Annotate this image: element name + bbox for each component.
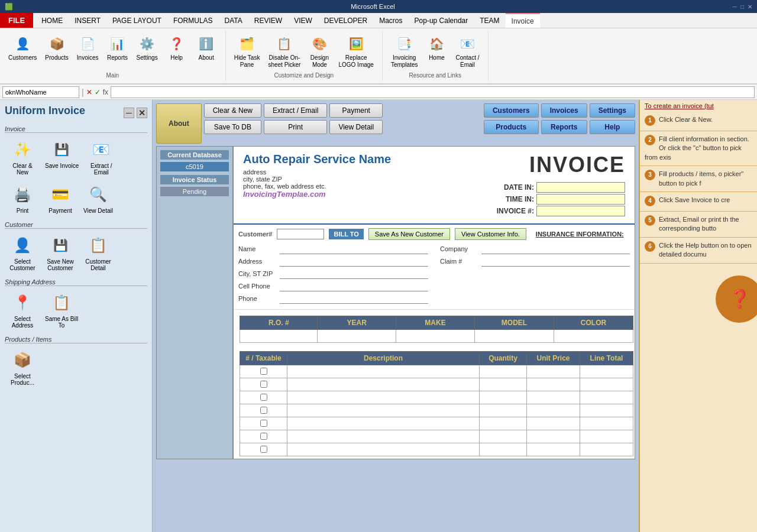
description-cell-1[interactable] <box>287 378 480 391</box>
sidebar-select-customer-btn[interactable]: 👤 SelectCustomer <box>5 231 40 274</box>
line-total-cell-4[interactable] <box>580 417 633 430</box>
help-link[interactable]: To create an invoice (tut <box>640 100 757 112</box>
sidebar-view-detail-btn[interactable]: 🔍 View Detail <box>80 180 116 216</box>
sidebar-save-new-customer-btn[interactable]: 💾 Save NewCustomer <box>43 231 78 274</box>
sidebar-same-as-bill-btn[interactable]: 📋 Same As BillTo <box>43 288 80 331</box>
view-detail-button[interactable]: View Detail <box>329 120 383 134</box>
model-cell[interactable] <box>474 330 554 343</box>
taxable-checkbox-2[interactable] <box>260 394 267 401</box>
time-in-input[interactable] <box>536 194 625 205</box>
minimize-btn[interactable]: ─ <box>733 4 737 10</box>
quantity-cell-3[interactable] <box>480 404 527 417</box>
taxable-cell-4[interactable] <box>240 417 287 430</box>
unit-price-cell-5[interactable] <box>527 430 580 443</box>
sidebar-save-invoice-btn[interactable]: 💾 Save Invoice <box>43 135 81 178</box>
ro-num-cell[interactable] <box>240 330 318 343</box>
taxable-checkbox-1[interactable] <box>260 381 267 388</box>
description-cell-3[interactable] <box>287 404 480 417</box>
name-box[interactable] <box>2 86 79 98</box>
address-input[interactable] <box>280 256 428 267</box>
line-total-cell-0[interactable] <box>580 365 633 378</box>
menu-team[interactable]: TEAM <box>474 13 505 28</box>
ribbon-help-btn[interactable]: ❓ Help <box>164 33 190 63</box>
taxable-checkbox-3[interactable] <box>260 407 267 414</box>
maximize-btn[interactable]: □ <box>740 4 744 10</box>
taxable-cell-1[interactable] <box>240 378 287 391</box>
save-new-customer-btn[interactable]: Save As New Customer <box>368 228 450 240</box>
taxable-checkbox-0[interactable] <box>260 368 267 375</box>
taxable-checkbox-6[interactable] <box>260 446 267 453</box>
sidebar-extract-email-btn[interactable]: 📧 Extract /Email <box>83 135 119 178</box>
menu-developer[interactable]: DEVELOPER <box>318 13 373 28</box>
sidebar-customer-detail-btn[interactable]: 📋 CustomerDetail <box>80 231 116 274</box>
quantity-cell-4[interactable] <box>480 417 527 430</box>
quantity-cell-6[interactable] <box>480 443 527 456</box>
ribbon-invoices-btn[interactable]: 📄 Invoices <box>75 33 101 63</box>
ribbon-settings-btn[interactable]: ⚙️ Settings <box>134 33 160 63</box>
menu-page-layout[interactable]: PAGE LAYOUT <box>106 13 167 28</box>
panel-close-btn[interactable]: ✕ <box>137 108 147 118</box>
ribbon-disable-picker-btn[interactable]: 📋 Disable On-sheet Picker <box>266 33 303 70</box>
formula-input[interactable] <box>111 86 755 98</box>
taxable-checkbox-4[interactable] <box>260 420 267 427</box>
customers-button[interactable]: Customers <box>484 103 539 118</box>
menu-macros[interactable]: Macros <box>373 13 408 28</box>
color-cell[interactable] <box>554 330 633 343</box>
claim-input[interactable] <box>481 256 630 267</box>
ribbon-hide-task-btn[interactable]: 🗂️ Hide TaskPane <box>232 33 263 70</box>
description-cell-2[interactable] <box>287 391 480 404</box>
ribbon-design-mode-btn[interactable]: 🎨 DesignMode <box>306 33 332 70</box>
ribbon-replace-logo-btn[interactable]: 🖼️ ReplaceLOGO Image <box>336 33 376 70</box>
products-button[interactable]: Products <box>484 120 539 134</box>
cell-phone-input[interactable] <box>280 281 428 291</box>
name-input[interactable] <box>280 244 428 254</box>
ribbon-contact-email-btn[interactable]: 📧 Contact /Email <box>453 33 481 70</box>
taxable-cell-2[interactable] <box>240 391 287 404</box>
line-total-cell-3[interactable] <box>580 404 633 417</box>
ribbon-invoicing-templates-btn[interactable]: 📑 InvoicingTemplates <box>389 33 420 70</box>
taxable-cell-3[interactable] <box>240 404 287 417</box>
invoice-num-input[interactable] <box>536 206 625 216</box>
unit-price-cell-2[interactable] <box>527 391 580 404</box>
quantity-cell-2[interactable] <box>480 391 527 404</box>
quantity-cell-1[interactable] <box>480 378 527 391</box>
menu-popup-calendar[interactable]: Pop-up Calendar <box>409 13 474 28</box>
sidebar-clear-new-btn[interactable]: ✨ Clear &New <box>5 135 40 178</box>
quantity-cell-5[interactable] <box>480 430 527 443</box>
menu-home[interactable]: HOME <box>35 13 69 28</box>
phone-input[interactable] <box>280 293 428 304</box>
description-cell-5[interactable] <box>287 430 480 443</box>
line-total-cell-2[interactable] <box>580 391 633 404</box>
ribbon-home-btn[interactable]: 🏠 Home <box>423 33 449 63</box>
description-cell-6[interactable] <box>287 443 480 456</box>
unit-price-cell-3[interactable] <box>527 404 580 417</box>
line-total-cell-1[interactable] <box>580 378 633 391</box>
insert-function-icon[interactable]: fx <box>103 88 108 96</box>
confirm-formula-icon[interactable]: ✓ <box>95 88 101 96</box>
clear-new-button[interactable]: Clear & New <box>204 103 261 118</box>
panel-undock-btn[interactable]: ─ <box>124 108 134 118</box>
ribbon-customers-btn[interactable]: 👤 Customers <box>6 33 39 63</box>
about-button[interactable]: About <box>156 103 202 144</box>
payment-button[interactable]: Payment <box>329 103 383 118</box>
sidebar-payment-btn[interactable]: 💳 Payment <box>43 180 78 216</box>
reports-button[interactable]: Reports <box>541 120 587 134</box>
menu-invoice[interactable]: Invoice <box>506 13 540 28</box>
unit-price-cell-0[interactable] <box>527 365 580 378</box>
menu-view[interactable]: VIEW <box>288 13 318 28</box>
menu-data[interactable]: DATA <box>219 13 248 28</box>
settings-button[interactable]: Settings <box>590 103 635 118</box>
extract-email-button[interactable]: Extract / Email <box>264 103 327 118</box>
line-total-cell-6[interactable] <box>580 443 633 456</box>
description-cell-4[interactable] <box>287 417 480 430</box>
company-input[interactable] <box>481 244 630 254</box>
menu-review[interactable]: REVIEW <box>248 13 288 28</box>
taxable-checkbox-5[interactable] <box>260 433 267 440</box>
date-in-input[interactable] <box>536 182 625 193</box>
ribbon-products-btn[interactable]: 📦 Products <box>43 33 70 63</box>
invoices-button[interactable]: Invoices <box>541 103 587 118</box>
ribbon-about-btn[interactable]: ℹ️ About <box>193 33 219 63</box>
unit-price-cell-1[interactable] <box>527 378 580 391</box>
sidebar-select-address-btn[interactable]: 📍 SelectAddress <box>5 288 40 331</box>
view-customer-info-btn[interactable]: View Customer Info. <box>455 228 526 240</box>
